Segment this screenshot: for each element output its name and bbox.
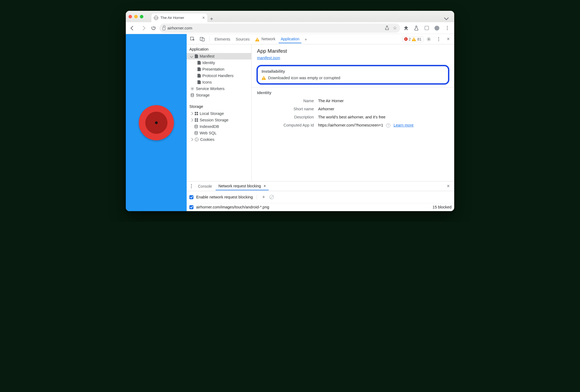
sidebar-item-session-storage[interactable]: Session Storage — [187, 117, 251, 123]
manifest-link[interactable]: manifest.json — [257, 56, 280, 60]
bookmark-icon[interactable]: ☆ — [393, 25, 397, 31]
drawer-menu-icon[interactable] — [188, 182, 194, 191]
enable-blocking-checkbox[interactable] — [189, 195, 193, 199]
svg-point-11 — [195, 131, 197, 132]
svg-rect-2 — [202, 38, 204, 41]
tab-elements[interactable]: Elements — [212, 35, 232, 43]
drawer-tab-network-blocking[interactable]: Network request blocking × — [216, 182, 268, 190]
svg-rect-3 — [257, 39, 258, 40]
more-tabs-icon[interactable]: » — [302, 35, 309, 44]
minimize-window-icon[interactable] — [134, 15, 138, 18]
add-pattern-button[interactable]: + — [261, 193, 267, 201]
sidebar-item-icons[interactable]: Icons — [187, 79, 251, 85]
help-icon[interactable]: ? — [386, 123, 390, 128]
sidebar-item-local-storage[interactable]: Local Storage — [187, 110, 251, 117]
close-devtools-icon[interactable]: × — [444, 35, 453, 44]
reload-button[interactable] — [149, 24, 158, 32]
tab-application[interactable]: Application — [279, 35, 302, 43]
database-icon — [194, 131, 198, 135]
browser-tab[interactable]: The Air Horner × — [151, 13, 208, 22]
extensions-icon[interactable] — [402, 24, 410, 32]
sidebar-item-storage[interactable]: Storage — [187, 92, 251, 98]
warning-icon — [262, 76, 266, 80]
sidebar-item-cookies[interactable]: Cookies — [187, 136, 251, 143]
application-sidebar: Application Manifest Identity Presentati… — [187, 44, 252, 181]
address-bar[interactable]: airhorner.com ☆ — [159, 24, 400, 33]
learn-more-link[interactable]: Learn more — [394, 123, 414, 127]
browser-window: The Air Horner × + airhorner.com ☆ — [126, 11, 454, 211]
installability-warning-text: Downloaded icon was empty or corrupted — [268, 76, 340, 80]
sidebar-item-indexeddb[interactable]: IndexedDB — [187, 123, 251, 130]
pattern-checkbox[interactable] — [189, 205, 193, 209]
blocked-count: 15 blocked — [433, 205, 452, 209]
sidebar-group-storage: Storage — [187, 102, 251, 110]
field-label-shortname: Short name — [257, 107, 314, 111]
identity-heading: Identity — [257, 90, 449, 95]
issue-counts[interactable]: ✕ 2 81 — [402, 36, 423, 42]
identity-section: Identity NameThe Air Horner Short nameAi… — [252, 88, 454, 134]
warning-icon — [255, 38, 259, 41]
drawer-tab-console[interactable]: Console — [195, 182, 215, 190]
svg-point-10 — [195, 125, 197, 126]
error-icon: ✕ — [404, 37, 408, 41]
field-label-name: Name — [257, 99, 314, 103]
settings-icon[interactable] — [424, 35, 433, 44]
tab-network[interactable]: Network — [253, 35, 278, 43]
tab-title: The Air Horner — [160, 16, 184, 20]
new-tab-button[interactable]: + — [208, 16, 215, 22]
globe-icon — [154, 16, 158, 20]
browser-toolbar: airhorner.com ☆ — [126, 22, 454, 34]
browser-menu-icon[interactable] — [443, 24, 452, 32]
close-window-icon[interactable] — [128, 15, 132, 18]
back-button[interactable] — [128, 24, 137, 32]
sidebar-item-manifest[interactable]: Manifest — [187, 53, 251, 59]
device-toggle-icon[interactable] — [198, 35, 207, 44]
tab-list-button[interactable] — [443, 14, 452, 22]
field-value-name: The Air Horner — [318, 99, 344, 103]
sidebar-item-web-sql[interactable]: Web SQL — [187, 130, 251, 136]
field-value-description: The world's best airhorner, and it's fre… — [318, 115, 385, 119]
cookie-icon — [195, 138, 199, 141]
blocking-pattern[interactable]: airhorner.com/images/touch/android-*.png — [196, 205, 269, 209]
close-drawer-tab-icon[interactable]: × — [263, 184, 266, 188]
tab-sources[interactable]: Sources — [233, 35, 252, 43]
file-icon — [195, 54, 198, 58]
svg-rect-13 — [263, 79, 264, 79]
window-controls[interactable] — [128, 15, 143, 18]
warning-icon — [412, 37, 416, 41]
installability-section: Installability Downloaded icon was empty… — [256, 65, 449, 85]
side-panel-icon[interactable] — [422, 24, 431, 32]
sidebar-item-identity[interactable]: Identity — [187, 59, 251, 66]
sidebar-group-application: Application — [187, 44, 251, 53]
installability-heading: Installability — [262, 69, 444, 74]
svg-rect-5 — [414, 38, 414, 40]
profile-avatar[interactable] — [433, 24, 441, 32]
svg-rect-4 — [257, 40, 258, 41]
labs-icon[interactable] — [412, 24, 421, 32]
svg-point-9 — [191, 94, 194, 95]
grid-icon — [195, 118, 198, 122]
forward-button[interactable] — [139, 24, 147, 32]
sidebar-item-service-workers[interactable]: Service Workers — [187, 85, 251, 92]
gear-icon — [190, 87, 194, 91]
file-icon — [197, 80, 201, 84]
sidebar-item-protocol-handlers[interactable]: Protocol Handlers — [187, 72, 251, 79]
airhorn-button[interactable] — [139, 105, 174, 140]
inspect-element-icon[interactable] — [188, 35, 197, 44]
close-drawer-icon[interactable]: × — [444, 182, 453, 191]
fullscreen-window-icon[interactable] — [140, 15, 143, 18]
close-tab-icon[interactable]: × — [202, 15, 205, 20]
grid-icon — [195, 112, 198, 115]
field-value-appid: https://airhorner.com/?homescreen=1 — [318, 123, 383, 127]
clear-patterns-icon[interactable] — [269, 195, 274, 199]
file-icon — [197, 67, 201, 71]
share-icon[interactable] — [385, 26, 389, 30]
window-titlebar: The Air Horner × + — [126, 11, 454, 22]
sidebar-item-presentation[interactable]: Presentation — [187, 66, 251, 72]
warn-count: 81 — [417, 37, 421, 41]
manifest-panel: App Manifest manifest.json Installabilit… — [252, 44, 454, 181]
field-label-description: Description — [257, 115, 314, 119]
enable-blocking-label: Enable network request blocking — [196, 195, 253, 199]
devtools-menu-icon[interactable] — [434, 35, 443, 44]
svg-rect-6 — [414, 40, 414, 41]
